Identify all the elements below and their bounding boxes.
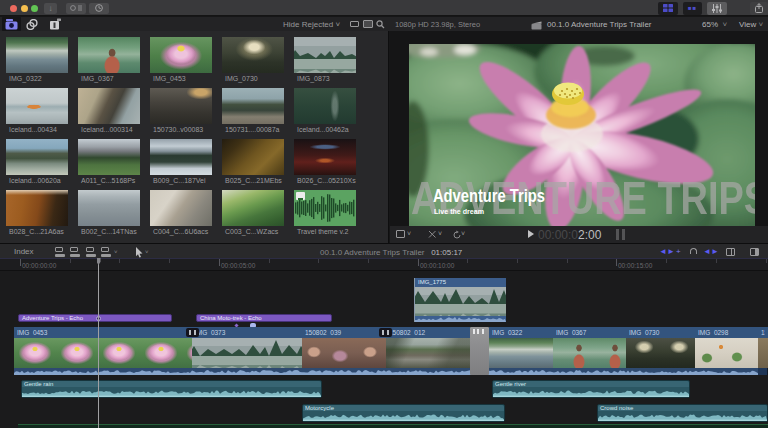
svg-text:Adventure Trips: Adventure Trips [433,186,545,206]
svg-text:Live the dream: Live the dream [434,207,484,216]
